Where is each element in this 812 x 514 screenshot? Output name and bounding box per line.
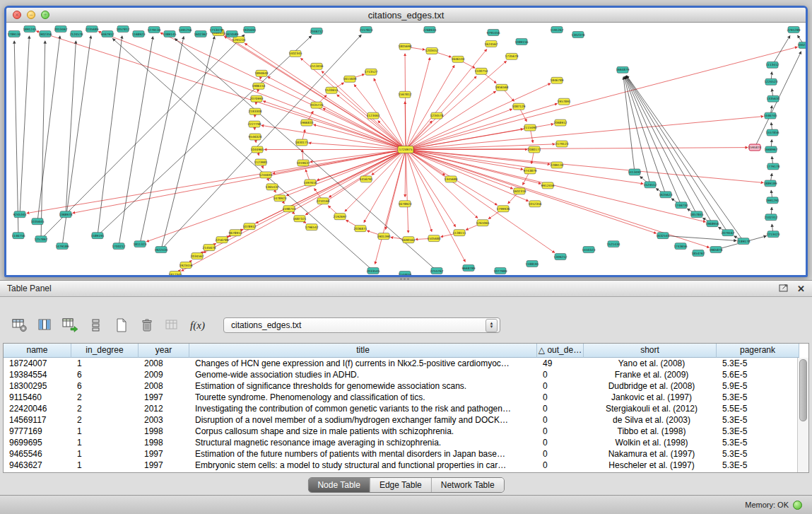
graph-node[interactable]: 1956568 [495,84,508,90]
panel-resize-handle[interactable] [399,278,410,281]
graph-node[interactable]: 2235689 [85,25,98,32]
graph-node[interactable]: 9467912 [100,30,114,37]
table-row[interactable]: 1938455462009Genome-wide association stu… [4,369,808,380]
graph-node[interactable]: 1567812 [398,91,411,98]
graph-node[interactable]: 1291234 [232,36,245,42]
graph-node[interactable]: 2046712 [310,28,323,34]
graph-node[interactable]: 1044965 [250,146,264,153]
column-header-year[interactable]: year [139,344,189,358]
graph-node[interactable]: 1891245 [23,25,36,32]
graph-node[interactable]: 1789134 [7,30,20,37]
graph-node[interactable]: 2033545 [366,268,379,274]
graph-node[interactable]: 1087129 [512,103,525,110]
vertical-scrollbar[interactable] [797,358,808,472]
graph-node[interactable]: 1724975 [398,146,413,153]
table-row[interactable]: 969969511998Structural magnetic resonanc… [4,437,808,448]
graph-node[interactable]: 1624567 [484,40,498,47]
graph-node[interactable]: 2013467 [54,25,67,32]
graph-node[interactable]: 1410323 [582,247,595,253]
graph-node[interactable]: 1533651 [324,87,338,93]
graph-node[interactable]: 1513456 [310,63,323,69]
graph-node[interactable]: 1735678 [505,53,518,59]
close-window-button[interactable]: × [13,11,21,19]
graph-node[interactable]: 1830175 [295,139,308,146]
table-row[interactable]: 1830029562008Estimation of significance … [4,380,808,392]
graph-node[interactable]: 2157823 [359,26,372,33]
graph-node[interactable]: 1524512 [643,182,657,188]
graph-node[interactable]: 2289134 [550,162,563,168]
delete-table-icon[interactable] [137,316,156,335]
graph-node[interactable]: 2183308 [248,108,261,115]
graph-node[interactable]: 2036871 [353,226,367,232]
graph-node[interactable]: 1478923 [273,195,286,201]
tab-network-table[interactable]: Network Table [431,478,504,492]
graph-node[interactable]: 2115490 [523,124,536,131]
column-header-pagerank[interactable]: pagerank [717,344,799,358]
graph-node[interactable]: 1234578 [430,112,443,119]
show-columns-icon[interactable] [35,316,54,335]
graph-node[interactable]: 1966833 [300,119,313,126]
graph-node[interactable]: 2102312 [764,214,777,221]
graph-node[interactable]: 1035645 [30,218,44,225]
graph-node[interactable]: 1302378 [571,31,584,37]
graph-node[interactable]: 1743656 [673,243,687,250]
graph-node[interactable]: 1113412 [765,62,779,68]
column-header-name[interactable]: name [4,344,71,358]
graph-node[interactable]: 1968956 [705,221,719,227]
graph-node[interactable]: 9791456 [486,29,500,35]
table-row[interactable]: 977716911998Corpus callosum shape and si… [4,426,808,437]
graph-node[interactable]: 1595874 [748,144,761,151]
graph-node[interactable]: 2256789 [215,237,228,243]
graph-node[interactable]: 1203452 [425,47,438,54]
minimize-window-button[interactable]: − [27,11,35,19]
graph-node[interactable]: 1986154 [252,83,265,89]
graph-node[interactable]: 2213423 [766,231,779,238]
graph-node[interactable]: 2144656 [398,271,411,275]
graph-node[interactable]: 9912456 [541,182,554,189]
graph-node[interactable]: 9668789 [461,265,475,271]
graph-node[interactable]: 9546328 [248,134,261,140]
graph-node[interactable]: 1138111 [452,230,466,236]
graph-node[interactable]: 1632545 [656,233,669,239]
tab-node-table[interactable]: Node Table [308,478,370,492]
graph-node[interactable]: 1812345 [168,271,182,275]
graph-node[interactable]: 1611609 [343,76,356,82]
graph-node[interactable]: 1123467 [366,112,379,119]
table-row[interactable]: 911546021997Tourette syndrome. Phenomeno… [4,392,808,403]
graph-node[interactable]: 1894648 [254,70,268,76]
graph-node[interactable]: 1923456 [179,262,192,269]
graph-node[interactable]: 2124578 [69,30,83,37]
graph-node[interactable]: 1335634 [766,95,779,102]
table-settings-icon[interactable] [10,316,29,335]
graph-node[interactable]: 1257867 [34,236,47,243]
function-builder-icon[interactable]: f(x) [188,316,207,335]
graph-node[interactable]: 1602316 [512,188,526,194]
graph-node[interactable]: 1012356 [528,201,541,207]
graph-node[interactable]: 1557856 [765,129,779,136]
graph-node[interactable]: 1824589 [225,30,238,37]
graph-node[interactable]: 2210168 [316,198,329,204]
graph-node[interactable]: 1687321 [293,216,306,222]
graph-node[interactable]: 1188191 [525,261,539,267]
citation-network-graph[interactable]: 1724975180569812034521646104110075419565… [6,23,806,275]
graph-node[interactable]: 2079167 [721,230,734,236]
graph-node[interactable]: 1779178 [766,163,779,170]
graph-node[interactable]: 1846789 [550,77,563,83]
graph-node[interactable]: 2068912 [553,119,567,126]
graph-node[interactable]: 2189178 [736,238,750,245]
graph-node[interactable]: 2255767 [430,268,443,274]
graph-node[interactable]: 1191267 [550,26,563,33]
graph-node[interactable]: 1805698 [398,43,411,49]
graph-node[interactable]: 1635623 [659,192,672,198]
graph-node[interactable]: 1889189 [763,180,777,187]
graph-node[interactable]: 1991291 [765,197,779,204]
selector-stepper-icon[interactable]: ▲▼ [486,319,498,332]
graph-node[interactable]: 1902356 [38,30,52,37]
graph-node[interactable]: 1479189 [55,243,69,250]
graph-node[interactable]: 1123981 [254,159,267,165]
graph-node[interactable]: 1389145 [163,30,176,37]
graph-node[interactable]: 2268934 [423,26,436,33]
graph-node[interactable]: 1678923 [398,201,411,207]
column-header-in_degree[interactable]: in_degree [71,344,139,358]
graph-node[interactable]: 1854767 [691,250,705,257]
